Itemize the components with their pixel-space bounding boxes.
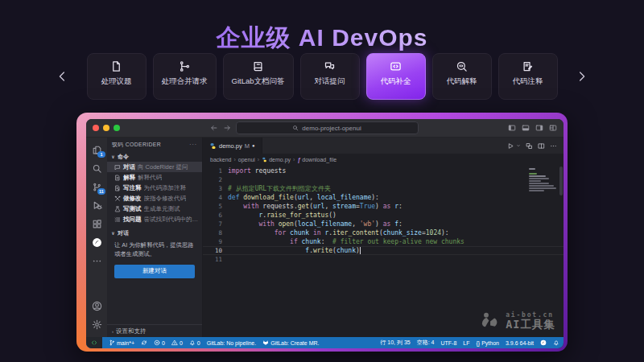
maximize-window-button[interactable] <box>114 125 120 131</box>
status--10-35[interactable]: 行 10, 列 35 <box>380 339 410 347</box>
toggle-panel-icon[interactable] <box>522 124 530 132</box>
command-对话[interactable]: 对话向 CodeRider 提问 <box>107 162 202 172</box>
activity-coderider-button[interactable] <box>86 234 107 251</box>
activity-extensions-button[interactable] <box>86 216 107 232</box>
command-name: 找问题 <box>123 216 142 224</box>
status-branch[interactable]: main*+ <box>109 339 134 346</box>
code-line-5[interactable]: 5 with requests.get(url, stream=True) as… <box>203 202 564 211</box>
activity-account-button[interactable] <box>86 298 107 315</box>
toggle-secondary-sidebar-icon[interactable] <box>535 124 543 132</box>
code-line-6[interactable]: 6 r.raise_for_status() <box>203 211 564 220</box>
line-number: 2 <box>203 175 228 184</box>
feature-card-issues[interactable]: 处理议题 <box>87 53 147 100</box>
breadcrumb-backend[interactable]: backend <box>210 157 231 162</box>
activity-files-button[interactable]: 1 <box>86 142 107 158</box>
editor-actions <box>501 138 564 154</box>
status-coderider[interactable] <box>540 339 547 346</box>
activity-debug-button[interactable] <box>86 197 107 214</box>
command-找问题[interactable]: 找问题尝试找到代码中的坏... <box>107 214 202 224</box>
status-tanuki[interactable]: GitLab: Create MR. <box>262 339 319 346</box>
code-line-3[interactable]: 3# 从指定URL下载文件到指定文件夹 <box>203 184 564 193</box>
split-editor-icon[interactable] <box>538 142 545 150</box>
ai-bot-logo-icon <box>479 311 501 332</box>
activity-more-h-button[interactable] <box>86 253 107 269</box>
nav-forward-icon[interactable] <box>223 124 231 132</box>
breadcrumb-download_file[interactable]: ƒdownload_file <box>297 157 336 162</box>
bell-icon <box>189 339 196 346</box>
code-view[interactable]: 1import requests23# 从指定URL下载文件到指定文件夹4def… <box>203 165 564 337</box>
breadcrumb-openui[interactable]: openui <box>238 157 255 162</box>
status-lf[interactable]: LF <box>463 340 469 346</box>
command-写测试[interactable]: 写测试生成单元测试 <box>107 204 202 214</box>
minimap[interactable] <box>529 168 556 194</box>
command-解释[interactable]: 解释解释代码 <box>107 172 202 183</box>
carousel-prev-button[interactable] <box>56 71 68 83</box>
book-icon <box>252 60 264 72</box>
code-line-11[interactable]: 11 <box>203 255 564 264</box>
page-title: 企业级 AI DevOps <box>0 22 644 55</box>
tab-demo-py[interactable]: demo.py M ● <box>203 138 262 154</box>
editor-tabbar: demo.py M ● <box>203 138 564 154</box>
feature-card-code-explain[interactable]: 代码解释 <box>432 53 492 100</box>
code-line-2[interactable]: 2 <box>203 175 564 184</box>
feature-card-chat-ask[interactable]: 对话提问 <box>300 53 360 100</box>
feature-card-code-completion[interactable]: 代码补全 <box>366 53 426 100</box>
section-chat[interactable]: ∨ 对话 <box>107 228 202 238</box>
toggle-sidebar-icon[interactable] <box>508 124 516 132</box>
nav-back-icon[interactable] <box>210 124 218 132</box>
status-bell[interactable] <box>553 339 559 346</box>
code-line-8[interactable]: 8 for chunk in r.iter_content(chunk_size… <box>203 228 564 237</box>
status-braces[interactable]: {}Python <box>476 340 498 346</box>
feature-card-code-comment[interactable]: 代码注释 <box>498 53 558 100</box>
editor-scrollbar[interactable] <box>559 167 563 195</box>
activity-source-control-button[interactable]: 11 <box>86 179 107 195</box>
code-line-4[interactable]: 4def download_file(url, local_filename): <box>203 193 564 202</box>
activity-bar: 111 <box>86 138 107 337</box>
breadcrumb-demo.py[interactable]: demo.py <box>262 157 291 162</box>
minimize-window-button[interactable] <box>103 125 109 131</box>
status-bell[interactable]: 0 <box>189 339 200 346</box>
command-center-search[interactable]: demo-project-openui <box>236 121 419 134</box>
open-changes-icon[interactable] <box>526 142 533 150</box>
line-content: # 从指定URL下载文件到指定文件夹 <box>228 184 331 193</box>
status-error[interactable]: 0 <box>154 339 165 346</box>
run-file-icon[interactable] <box>507 142 514 150</box>
new-chat-button[interactable]: 新建对话 <box>114 265 195 278</box>
status--4[interactable]: 空格: 4 <box>417 339 435 347</box>
code-line-1[interactable]: 1import requests <box>203 167 564 175</box>
status-utf-8[interactable]: UTF-8 <box>440 340 456 346</box>
dirty-dot-icon: ● <box>252 143 255 148</box>
activity-search-button[interactable] <box>86 160 107 177</box>
command-写注释[interactable]: 写注释为代码添加注释 <box>107 183 202 193</box>
status-remote[interactable] <box>86 337 102 348</box>
settings-support-row[interactable]: › 设置和支持 <box>107 324 202 337</box>
tanuki-icon <box>262 339 269 346</box>
sidebar-more-icon[interactable]: ··· <box>189 142 197 147</box>
line-number: 7 <box>203 220 228 228</box>
card-label: 代码补全 <box>381 76 411 87</box>
feature-card-merge-requests[interactable]: 处理合并请求 <box>153 53 217 100</box>
command-desc: 为代码添加注释 <box>144 184 187 192</box>
gear-icon <box>92 319 102 330</box>
status-3-9-6-64-bit[interactable]: 3.9.6 64-bit <box>506 340 534 346</box>
carousel-next-button[interactable] <box>576 71 588 83</box>
ide-window: demo-project-openui 111 驭码 CODERIDER ···… <box>86 119 564 348</box>
python-icon <box>262 157 267 162</box>
status-sync[interactable] <box>141 339 147 346</box>
code-line-7[interactable]: 7 with open(local_filename, 'wb') as f: <box>203 220 564 228</box>
command-做修改[interactable]: 做修改按指令修改代码 <box>107 193 202 204</box>
status-gitlab-no-pipeline-[interactable]: GitLab: No pipeline. <box>207 340 256 346</box>
feature-card-gitlab-docs-qa[interactable]: GitLab文档问答 <box>223 53 294 100</box>
card-label: GitLab文档问答 <box>232 76 285 87</box>
close-window-button[interactable] <box>93 125 99 131</box>
run-dropdown-icon[interactable] <box>516 143 521 148</box>
customize-layout-icon[interactable] <box>549 124 557 132</box>
more-actions-icon[interactable] <box>550 142 557 150</box>
account-icon <box>92 301 102 311</box>
code-line-9[interactable]: 9 if chunk: # filter out keep-alive new … <box>203 237 564 246</box>
activity-gear-button[interactable] <box>86 316 107 333</box>
status-warning[interactable]: 0 <box>171 339 183 346</box>
command-name: 写注释 <box>123 184 142 192</box>
code-line-10[interactable]: 10 f.write(chunk) <box>203 246 564 255</box>
section-commands[interactable]: ∨ 命令 <box>107 151 202 162</box>
